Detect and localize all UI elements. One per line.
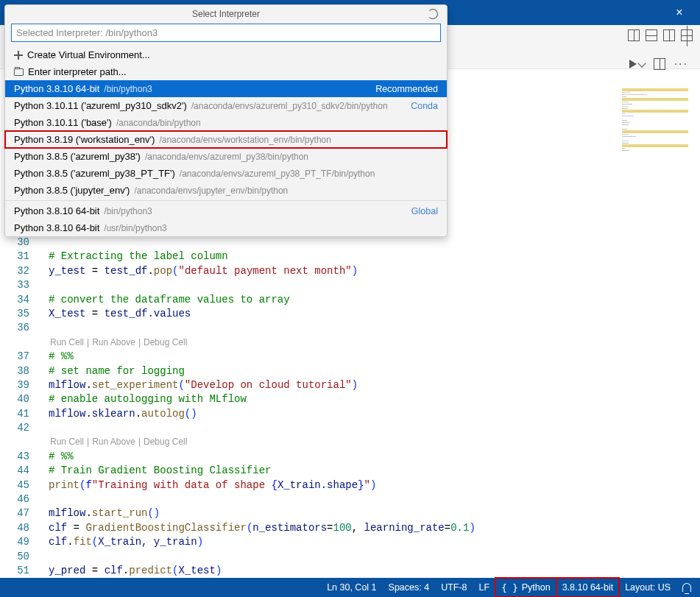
code-line: # %% bbox=[49, 350, 700, 364]
interpreter-option[interactable]: Python 3.8.10 64-bit /bin/python3Global bbox=[5, 202, 447, 219]
braces-icon: { } bbox=[501, 582, 518, 593]
status-spaces[interactable]: Spaces: 4 bbox=[383, 578, 436, 597]
play-icon bbox=[629, 60, 637, 68]
interpreter-name: Python 3.8.10 64-bit bbox=[14, 205, 99, 216]
code-line: y_test = test_df.pop("default payment ne… bbox=[49, 264, 700, 278]
status-language-label: Python bbox=[522, 582, 551, 593]
line-number: 32 bbox=[0, 264, 29, 278]
line-number: 45 bbox=[0, 478, 29, 492]
picker-title: Select Interpreter bbox=[5, 5, 447, 22]
code-line: # enable autologging with MLflow bbox=[49, 392, 700, 406]
interpreter-picker: Select Interpreter Selected Interpreter:… bbox=[4, 4, 448, 237]
folder-icon bbox=[14, 68, 24, 76]
status-notifications[interactable] bbox=[676, 578, 697, 597]
code-line: # convert the dataframe values to array bbox=[49, 293, 700, 307]
line-number: 36 bbox=[0, 321, 29, 335]
line-number: 38 bbox=[0, 364, 29, 378]
line-number: 33 bbox=[0, 278, 29, 292]
status-python-interpreter[interactable]: 3.8.10 64-bit bbox=[556, 578, 620, 597]
interpreter-option[interactable]: Python 3.10.11 ('base') /anaconda/bin/py… bbox=[5, 114, 447, 131]
code-line: print(f"Training with data of shape {X_t… bbox=[49, 478, 700, 492]
status-encoding[interactable]: UTF-8 bbox=[435, 578, 473, 597]
code-line: # Train Gradient Boosting Classifier bbox=[49, 464, 700, 478]
code-editor[interactable]: 30313233343536 373839404142 434445464748… bbox=[0, 236, 700, 578]
line-number: 34 bbox=[0, 293, 29, 307]
layout-customize-icon[interactable] bbox=[681, 29, 693, 41]
line-number: 30 bbox=[0, 236, 29, 250]
line-number: 47 bbox=[0, 506, 29, 520]
picker-title-text: Select Interpreter bbox=[192, 9, 260, 19]
interpreter-tag: Global bbox=[411, 206, 438, 216]
status-interpreter-label: 3.8.10 64-bit bbox=[562, 582, 614, 593]
picker-separator bbox=[5, 200, 447, 201]
status-line-col[interactable]: Ln 30, Col 1 bbox=[321, 578, 382, 597]
line-number: 50 bbox=[0, 550, 29, 564]
code-line: mlflow.set_experiment("Develop on cloud … bbox=[49, 378, 700, 392]
chevron-down-icon bbox=[637, 59, 646, 67]
more-actions-button[interactable]: ··· bbox=[674, 57, 688, 71]
line-number: 48 bbox=[0, 521, 29, 535]
interpreter-name: Python 3.8.5 ('azureml_py38') bbox=[14, 151, 141, 162]
interpreter-path: /anaconda/bin/python bbox=[116, 118, 201, 128]
interpreter-name: Python 3.8.10 64-bit bbox=[14, 222, 99, 233]
interpreter-option[interactable]: Python 3.8.5 ('jupyter_env') /anaconda/e… bbox=[5, 182, 447, 199]
line-number: 46 bbox=[0, 492, 29, 506]
codelens[interactable]: Run Cell|Run Above|Debug Cell bbox=[49, 336, 700, 350]
line-number: 42 bbox=[0, 421, 29, 435]
code-content: # Extracting the label columny_test = te… bbox=[49, 236, 700, 578]
code-line: # set name for logging bbox=[49, 364, 700, 378]
layout-toggle-secondary-icon[interactable] bbox=[663, 29, 675, 41]
interpreter-list: Python 3.8.10 64-bit /bin/python3Recomme… bbox=[5, 80, 447, 199]
status-keyboard-layout[interactable]: Layout: US bbox=[619, 578, 676, 597]
code-line: y_pred = clf.predict(X_test) bbox=[49, 564, 700, 578]
codelens[interactable]: Run Cell|Run Above|Debug Cell bbox=[49, 435, 700, 449]
interpreter-name: Python 3.8.5 ('jupyter_env') bbox=[14, 185, 130, 196]
interpreter-path: /anaconda/envs/azureml_py310_sdkv2/bin/p… bbox=[191, 101, 388, 111]
run-button[interactable] bbox=[629, 60, 645, 68]
interpreter-option[interactable]: Python 3.8.5 ('azureml_py38_PT_TF') /ana… bbox=[5, 165, 447, 182]
interpreter-name: Python 3.8.5 ('azureml_py38_PT_TF') bbox=[14, 168, 175, 179]
line-number: 37 bbox=[0, 350, 29, 364]
code-line bbox=[49, 550, 700, 564]
window-close-button[interactable]: × bbox=[665, 0, 694, 25]
code-line bbox=[49, 492, 700, 506]
create-virtual-env[interactable]: Create Virtual Environment... bbox=[5, 46, 447, 63]
enter-interpreter-path[interactable]: Enter interpreter path... bbox=[5, 63, 447, 80]
split-editor-icon[interactable] bbox=[654, 58, 665, 70]
code-line: clf = GradientBoostingClassifier(n_estim… bbox=[49, 521, 700, 535]
status-bar: Ln 30, Col 1 Spaces: 4 UTF-8 LF { } Pyth… bbox=[0, 578, 700, 597]
interpreter-option[interactable]: Python 3.8.10 64-bit /bin/python3Recomme… bbox=[5, 80, 447, 97]
interpreter-option[interactable]: Python 3.8.19 ('workstation_env') /anaco… bbox=[5, 131, 447, 148]
code-line: clf.fit(X_train, y_train) bbox=[49, 535, 700, 549]
code-line bbox=[49, 321, 700, 335]
interpreter-option[interactable]: Python 3.10.11 ('azureml_py310_sdkv2') /… bbox=[5, 97, 447, 114]
interpreter-path: /usr/bin/python3 bbox=[104, 223, 166, 233]
refresh-icon[interactable] bbox=[428, 9, 438, 19]
interpreter-option[interactable]: Python 3.8.10 64-bit /usr/bin/python3 bbox=[5, 219, 447, 236]
line-number: 49 bbox=[0, 535, 29, 549]
interpreter-name: Python 3.8.10 64-bit bbox=[14, 83, 99, 94]
bell-icon bbox=[682, 583, 691, 592]
line-number: 41 bbox=[0, 407, 29, 421]
line-number: 43 bbox=[0, 450, 29, 464]
interpreter-path: /anaconda/envs/jupyter_env/bin/python bbox=[134, 186, 288, 196]
interpreter-search-input[interactable]: Selected Interpreter: /bin/python3 bbox=[11, 24, 441, 42]
code-line: mlflow.sklearn.autolog() bbox=[49, 407, 700, 421]
create-env-label: Create Virtual Environment... bbox=[27, 49, 150, 60]
enter-path-label: Enter interpreter path... bbox=[28, 66, 127, 77]
code-line: # Extracting the label column bbox=[49, 250, 700, 264]
minimap: xxxxxxxxxxxx xxxxxxxxxxxxxxxxxxxxxxxxxxx… bbox=[622, 88, 696, 206]
line-number: 44 bbox=[0, 464, 29, 478]
layout-toggle-panel-icon[interactable] bbox=[646, 29, 657, 41]
code-line bbox=[49, 421, 700, 435]
interpreter-name: Python 3.10.11 ('azureml_py310_sdkv2') bbox=[14, 100, 187, 111]
status-eol[interactable]: LF bbox=[473, 578, 496, 597]
status-language-mode[interactable]: { } Python bbox=[495, 578, 556, 597]
layout-toggle-sidebar-icon[interactable] bbox=[628, 29, 640, 41]
code-line bbox=[49, 278, 700, 292]
code-line bbox=[49, 236, 700, 250]
line-number: 35 bbox=[0, 307, 29, 321]
interpreter-option[interactable]: Python 3.8.5 ('azureml_py38') /anaconda/… bbox=[5, 148, 447, 165]
line-number: 31 bbox=[0, 250, 29, 264]
interpreter-path: /bin/python3 bbox=[104, 206, 152, 216]
